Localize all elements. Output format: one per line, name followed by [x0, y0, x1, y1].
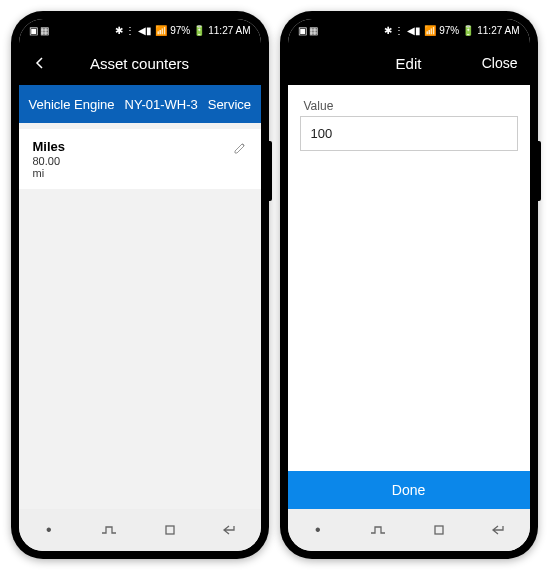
asset-id: NY-01-WH-3: [125, 97, 198, 112]
phone-frame-left: ▣ ▦ ✱ ⋮ ◀▮ 📶 97% 🔋 11:27 AM Asset counte…: [11, 11, 269, 559]
content-area: Miles 80.00 mi: [19, 123, 261, 509]
signal-icon: 📶: [155, 25, 167, 36]
value-input[interactable]: [300, 116, 518, 151]
recents-button[interactable]: [89, 524, 129, 536]
screen-left: ▣ ▦ ✱ ⋮ ◀▮ 📶 97% 🔋 11:27 AM Asset counte…: [19, 19, 261, 551]
counter-row[interactable]: Miles 80.00 mi: [19, 129, 261, 189]
back-nav-button[interactable]: [479, 524, 519, 536]
counter-name: Miles: [33, 139, 66, 154]
battery-icon: 🔋: [462, 25, 474, 36]
android-nav-bar: •: [288, 509, 530, 551]
svg-rect-0: [166, 526, 174, 534]
value-label: Value: [304, 99, 518, 113]
svg-rect-1: [435, 526, 443, 534]
home-icon: [163, 523, 177, 537]
home-button[interactable]: [150, 523, 190, 537]
status-icons-left: ▣ ▦: [298, 25, 319, 36]
status-right: ✱ ⋮ ◀▮ 📶 97% 🔋 11:27 AM: [384, 25, 520, 36]
home-icon: [432, 523, 446, 537]
battery-pct: 97%: [439, 25, 459, 36]
done-button[interactable]: Done: [288, 471, 530, 509]
signal-icon: 📶: [424, 25, 436, 36]
battery-pct: 97%: [170, 25, 190, 36]
counter-value: 80.00: [33, 155, 66, 167]
status-icons-left: ▣ ▦: [29, 25, 50, 36]
asset-type: Vehicle Engine: [29, 97, 115, 112]
recents-button[interactable]: [358, 524, 398, 536]
status-bar: ▣ ▦ ✱ ⋮ ◀▮ 📶 97% 🔋 11:27 AM: [19, 19, 261, 41]
page-title: Edit: [396, 55, 422, 72]
close-button[interactable]: Close: [482, 55, 518, 71]
status-right: ✱ ⋮ ◀▮ 📶 97% 🔋 11:27 AM: [115, 25, 251, 36]
app-topbar: Asset counters: [19, 41, 261, 85]
status-left: ▣ ▦: [29, 25, 50, 36]
pencil-icon: [233, 141, 247, 155]
chevron-left-icon: [33, 56, 47, 70]
screen-right: ▣ ▦ ✱ ⋮ ◀▮ 📶 97% 🔋 11:27 AM Edit Close V…: [288, 19, 530, 551]
counter-info: Miles 80.00 mi: [33, 139, 66, 179]
phone-frame-right: ▣ ▦ ✱ ⋮ ◀▮ 📶 97% 🔋 11:27 AM Edit Close V…: [280, 11, 538, 559]
content-area: Value: [288, 85, 530, 471]
edit-icon[interactable]: [233, 141, 247, 155]
android-nav-bar: •: [19, 509, 261, 551]
status-icons-right: ✱ ⋮ ◀▮: [115, 25, 153, 36]
recents-icon: [370, 524, 386, 536]
asset-header: Vehicle Engine NY-01-WH-3 Service: [19, 85, 261, 123]
back-arrow-icon: [491, 524, 507, 536]
home-button[interactable]: [419, 523, 459, 537]
clock: 11:27 AM: [208, 25, 250, 36]
recents-icon: [101, 524, 117, 536]
status-left: ▣ ▦: [298, 25, 319, 36]
status-bar: ▣ ▦ ✱ ⋮ ◀▮ 📶 97% 🔋 11:27 AM: [288, 19, 530, 41]
status-icons-right: ✱ ⋮ ◀▮: [384, 25, 422, 36]
back-nav-button[interactable]: [210, 524, 250, 536]
counter-unit: mi: [33, 167, 66, 179]
battery-icon: 🔋: [193, 25, 205, 36]
page-title: Asset counters: [90, 55, 189, 72]
app-topbar: Edit Close: [288, 41, 530, 85]
clock: 11:27 AM: [477, 25, 519, 36]
back-arrow-icon: [222, 524, 238, 536]
asset-service: Service: [208, 97, 251, 112]
back-button[interactable]: [31, 54, 49, 72]
